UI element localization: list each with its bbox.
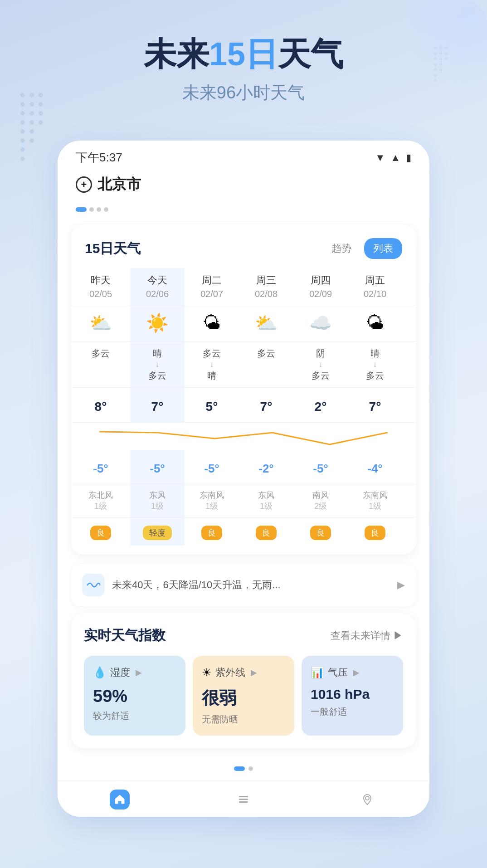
svg-point-36	[434, 79, 437, 82]
status-time: 下午5:37	[76, 150, 122, 166]
wind-yesterday: 东北风 1级	[71, 484, 130, 517]
weather-card-header: 15日天气 趋势 列表	[71, 238, 416, 268]
dot-3	[104, 207, 108, 212]
tab-list[interactable]: 列表	[364, 238, 402, 259]
svg-point-2	[39, 93, 43, 98]
col-today: 今天 02/06	[130, 268, 185, 305]
svg-point-21	[365, 796, 369, 800]
bottom-nav	[58, 780, 429, 817]
svg-point-23	[439, 47, 442, 49]
index-link[interactable]: 查看未来详情 ▶	[331, 629, 403, 643]
icon-thu: ☁️	[293, 305, 348, 341]
svg-rect-19	[239, 799, 248, 800]
high-yesterday: 8°	[71, 388, 130, 422]
icon-fri: 🌤	[348, 305, 402, 341]
low-tue: -5°	[185, 450, 239, 484]
uv-desc: 无需防晒	[202, 713, 285, 726]
nav-location[interactable]	[357, 790, 377, 809]
icon-yesterday: ⛅	[71, 305, 130, 341]
svg-point-24	[445, 47, 448, 49]
pressure-icon: 📊	[311, 666, 324, 679]
phone-mockup: 下午5:37 ▼ ▲ ▮ + 北京市 15日天气 趋势 列表	[58, 141, 429, 817]
nav-home[interactable]	[110, 790, 130, 809]
svg-rect-20	[239, 801, 248, 803]
svg-point-3	[20, 102, 25, 107]
svg-point-12	[20, 129, 25, 134]
low-yesterday: -5°	[71, 450, 130, 484]
humidity-card-header: 💧 湿度 ▶	[93, 666, 176, 679]
uv-icon: ☀	[202, 666, 212, 679]
dot-1	[89, 207, 94, 212]
wind-wed: 东风 1级	[239, 484, 293, 517]
nav-list[interactable]	[234, 790, 253, 809]
air-today: 轻度	[130, 517, 185, 546]
temp-low-row: -5° -5° -5° -2° -5° -4°	[71, 450, 416, 484]
high-tue: 5°	[185, 388, 239, 422]
svg-point-30	[445, 58, 448, 60]
tab-trend[interactable]: 趋势	[322, 238, 360, 259]
svg-point-11	[39, 120, 43, 125]
high-today: 7°	[130, 388, 185, 422]
air-tue: 良	[185, 517, 239, 546]
humidity-value: 59%	[93, 687, 176, 706]
page-dot-1	[234, 766, 245, 771]
svg-point-25	[434, 52, 437, 55]
signal-icon: ▲	[390, 152, 400, 164]
pressure-card[interactable]: 📊 气压 ▶ 1016 hPa 一般舒适	[302, 656, 403, 736]
desc-wed: 多云	[239, 341, 293, 387]
svg-point-9	[20, 120, 25, 125]
svg-point-6	[20, 111, 25, 116]
air-fri: 良	[348, 517, 402, 546]
status-bar: 下午5:37 ▼ ▲ ▮	[58, 141, 429, 170]
day-names-row: 昨天 02/05 今天 02/06 周二 02/07 周三 02/08	[71, 268, 416, 305]
index-cards: 💧 湿度 ▶ 59% 较为舒适 ☀ 紫外线 ▶ 很弱 无需防晒	[84, 656, 403, 736]
forecast-text: 未来40天，6天降温/10天升温，无雨...	[112, 578, 390, 592]
status-icons: ▼ ▲ ▮	[375, 152, 411, 164]
svg-point-31	[434, 63, 437, 66]
col-tue: 周二 02/07	[185, 268, 239, 305]
desc-thu: 阴 ↓ 多云	[293, 341, 348, 387]
index-header: 实时天气指数 查看未来详情 ▶	[84, 626, 403, 645]
index-title: 实时天气指数	[84, 626, 166, 645]
pressure-desc: 一般舒适	[311, 706, 394, 718]
phone-container: 下午5:37 ▼ ▲ ▮ + 北京市 15日天气 趋势 列表	[0, 132, 487, 835]
bg-dots-left	[18, 91, 73, 172]
svg-point-7	[29, 111, 34, 116]
svg-point-5	[39, 102, 43, 107]
location-dots	[58, 204, 429, 215]
wind-tue: 东南风 1级	[185, 484, 239, 517]
air-yesterday: 良	[71, 517, 130, 546]
humidity-icon: 💧	[93, 666, 107, 679]
desc-tue: 多云 ↓ 晴	[185, 341, 239, 387]
bg-dots-right	[419, 45, 473, 127]
svg-point-8	[39, 111, 43, 116]
hero-title: 未来15日天气	[18, 36, 469, 72]
col-fri: 周五 02/10	[348, 268, 402, 305]
svg-point-13	[29, 129, 34, 134]
svg-point-34	[439, 68, 442, 71]
dot-2	[97, 207, 101, 212]
icon-wed: ⛅	[239, 305, 293, 341]
uv-card[interactable]: ☀ 紫外线 ▶ 很弱 无需防晒	[193, 656, 294, 736]
dot-active	[76, 207, 87, 212]
desc-fri: 晴 ↓ 多云	[348, 341, 402, 387]
svg-point-14	[20, 138, 25, 143]
pressure-card-header: 📊 气压 ▶	[311, 666, 394, 679]
forecast-bar[interactable]: 未来40天，6天降温/10天升温，无雨... ▶	[71, 564, 416, 606]
high-thu: 2°	[293, 388, 348, 422]
svg-point-4	[29, 102, 34, 107]
svg-point-27	[445, 52, 448, 55]
humidity-card[interactable]: 💧 湿度 ▶ 59% 较为舒适	[84, 656, 185, 736]
page-indicator	[58, 762, 429, 775]
location-bar[interactable]: + 北京市	[58, 170, 429, 204]
low-wed: -2°	[239, 450, 293, 484]
icon-today: ☀️	[130, 305, 185, 341]
weather-table: 昨天 02/05 今天 02/06 周二 02/07 周三 02/08	[71, 268, 416, 546]
location-name: 北京市	[97, 175, 141, 195]
svg-point-32	[439, 63, 442, 66]
forecast-chevron: ▶	[397, 579, 405, 591]
svg-point-26	[439, 52, 442, 55]
tab-group: 趋势 列表	[322, 238, 402, 259]
hero-section: 未来15日天气 未来96小时天气	[0, 0, 487, 132]
high-fri: 7°	[348, 388, 402, 422]
